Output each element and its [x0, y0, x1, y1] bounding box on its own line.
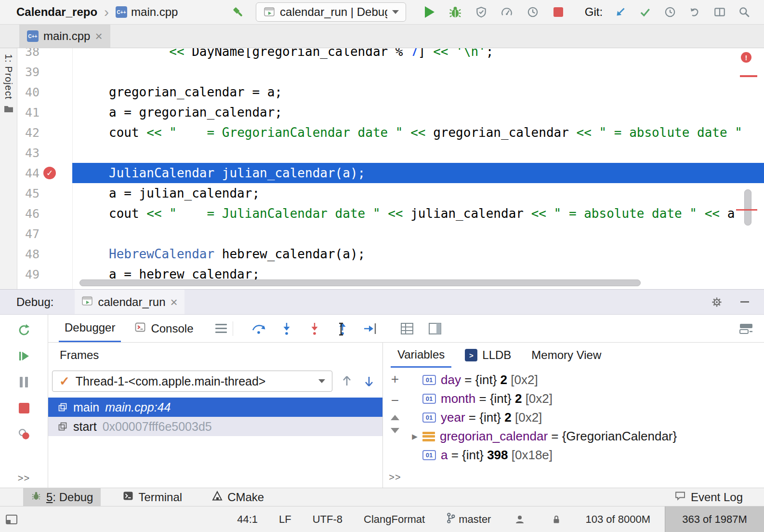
tab-main-cpp[interactable]: C++ main.cpp × [19, 25, 110, 48]
toolwindow-terminal-button[interactable]: Terminal [115, 488, 190, 506]
memory-indicator[interactable]: 103 of 8000M [585, 513, 650, 526]
variable-row[interactable]: 01year = {int} 2 [0x2] [407, 408, 764, 427]
line-gutter[interactable]: 49 [17, 264, 72, 284]
horizontal-scrollbar[interactable] [79, 279, 641, 286]
toggle-toolwindows-icon[interactable] [4, 512, 19, 527]
variable-row[interactable]: 01month = {int} 2 [0x2] [407, 389, 764, 408]
toolwindow-cmake-button[interactable]: CMake [204, 488, 272, 506]
tab-console[interactable]: Console [129, 315, 199, 342]
close-icon[interactable]: × [171, 296, 178, 308]
next-frame-icon[interactable] [361, 373, 377, 389]
tab-debugger[interactable]: Debugger [59, 315, 121, 342]
thread-select[interactable]: ✓ Thread-1-<com.apple.main-thread> [52, 371, 332, 392]
lock-icon[interactable] [549, 512, 564, 527]
vcs-history-button[interactable] [663, 4, 677, 20]
tab-variables[interactable]: Variables [391, 343, 451, 368]
pause-button[interactable] [16, 374, 32, 390]
variable-row[interactable]: 01a = {int} 398 [0x18e] [407, 446, 764, 465]
line-separator[interactable]: LF [279, 513, 291, 526]
variable-row[interactable]: 01day = {int} 2 [0x2] [407, 371, 764, 389]
hide-button[interactable] [737, 294, 752, 310]
run-with-profiler-button[interactable] [526, 4, 540, 20]
execution-line-code[interactable]: JulianCalendar julian_calendar(a); [72, 163, 764, 183]
remove-watch-button[interactable]: − [391, 394, 399, 407]
close-icon[interactable]: × [95, 30, 102, 42]
step-out-icon[interactable] [334, 320, 351, 337]
code-text[interactable]: cout << " = JulianCalendar date " << jul… [72, 203, 764, 224]
line-gutter[interactable]: 50 [17, 284, 72, 289]
code-text[interactable] [72, 62, 764, 82]
run-config-select[interactable]: calendar_run | Debug [256, 2, 406, 22]
memory-indicator-widget[interactable]: 363 of 1987M [665, 506, 764, 532]
code-editor[interactable]: 38 << DayName[gregorian_calendar % 7] <<… [17, 48, 764, 289]
breadcrumb-file[interactable]: main.cpp [131, 5, 178, 19]
breadcrumb-project[interactable]: Calendar_repo [16, 5, 97, 19]
breakpoint-icon[interactable]: ✓ [40, 167, 60, 179]
caret-position[interactable]: 44:1 [237, 513, 258, 526]
vertical-scrollbar[interactable] [744, 189, 751, 226]
inspections-icon[interactable] [512, 512, 527, 527]
code-text[interactable]: gregorian_calendar = a; [72, 82, 764, 102]
add-watch-button[interactable]: + [391, 372, 399, 386]
line-gutter[interactable]: 41 [17, 102, 72, 122]
search-icon[interactable] [738, 4, 751, 20]
code-formatter[interactable]: ClangFormat [364, 513, 425, 526]
step-over-icon[interactable] [250, 320, 267, 337]
toolwindow-debug-button[interactable]: 5: Debug [23, 488, 101, 506]
debug-button[interactable] [448, 4, 462, 20]
tab-lldb[interactable]: > LLDB [458, 343, 518, 368]
move-up-icon[interactable] [391, 415, 399, 420]
line-gutter[interactable]: 44✓ [17, 163, 72, 183]
debug-session-tab[interactable]: calendar_run × [75, 290, 184, 314]
project-stripe-button[interactable]: 1: Project [3, 54, 14, 99]
update-project-button[interactable] [613, 4, 627, 20]
settings-gear-icon[interactable] [709, 294, 724, 310]
layout-settings-icon[interactable] [738, 320, 754, 337]
code-text[interactable] [72, 143, 764, 163]
move-down-icon[interactable] [391, 428, 399, 433]
rerun-button[interactable] [16, 322, 32, 338]
view-breakpoints-button[interactable] [16, 426, 32, 442]
code-text[interactable]: HebrewCalendar hebrew_calendar(a); [72, 244, 764, 264]
resume-button[interactable] [16, 348, 32, 364]
build-hammer-icon[interactable] [231, 4, 245, 20]
line-gutter[interactable]: 40 [17, 82, 72, 102]
more-icon[interactable]: >> [389, 472, 401, 483]
commit-button[interactable] [638, 4, 652, 20]
layout-options-icon[interactable] [215, 324, 227, 333]
variable-row[interactable]: ▶gregorian_calendar = {GregorianCalendar… [407, 427, 764, 446]
line-gutter[interactable]: 48 [17, 244, 72, 264]
run-to-cursor-icon[interactable] [362, 320, 379, 337]
git-branch-widget[interactable]: master [446, 512, 491, 527]
line-gutter[interactable]: 46 [17, 203, 72, 224]
code-text[interactable]: a = gregorian_calendar; [72, 102, 764, 122]
step-into-icon[interactable] [278, 320, 295, 337]
code-text[interactable]: << DayName[gregorian_calendar % 7] << '\… [72, 48, 764, 62]
line-gutter[interactable]: 47 [17, 224, 72, 244]
force-step-into-icon[interactable] [306, 320, 323, 337]
inspection-error-icon[interactable]: ! [741, 52, 751, 63]
compare-button[interactable] [712, 4, 726, 20]
line-gutter[interactable]: 45 [17, 183, 72, 203]
line-gutter[interactable]: 43 [17, 143, 72, 163]
event-log-button[interactable]: Event Log [667, 488, 751, 506]
more-icon[interactable]: >> [18, 473, 30, 484]
code-text[interactable]: a = julian_calendar; [72, 183, 764, 203]
error-stripe-mark[interactable] [736, 209, 757, 211]
right-panel-icon[interactable] [427, 320, 443, 337]
stack-frame-row[interactable]: start0x00007fff6e5003d5 [48, 417, 382, 436]
run-button[interactable] [422, 4, 436, 20]
expand-arrow-icon[interactable]: ▶ [407, 432, 422, 441]
tab-memory-view[interactable]: Memory View [525, 343, 608, 368]
rollback-button[interactable] [688, 4, 702, 20]
stop-debug-button[interactable] [16, 400, 32, 416]
code-text[interactable] [72, 224, 764, 244]
code-text[interactable]: cout << " = GregorianCalendar date " << … [72, 122, 764, 143]
error-stripe-mark[interactable] [740, 75, 757, 77]
profiler-button[interactable] [500, 4, 514, 20]
line-gutter[interactable]: 38 [17, 48, 72, 62]
run-with-coverage-button[interactable] [474, 4, 488, 20]
previous-frame-icon[interactable] [339, 373, 355, 389]
file-encoding[interactable]: UTF-8 [313, 513, 342, 526]
line-gutter[interactable]: 39 [17, 62, 72, 82]
